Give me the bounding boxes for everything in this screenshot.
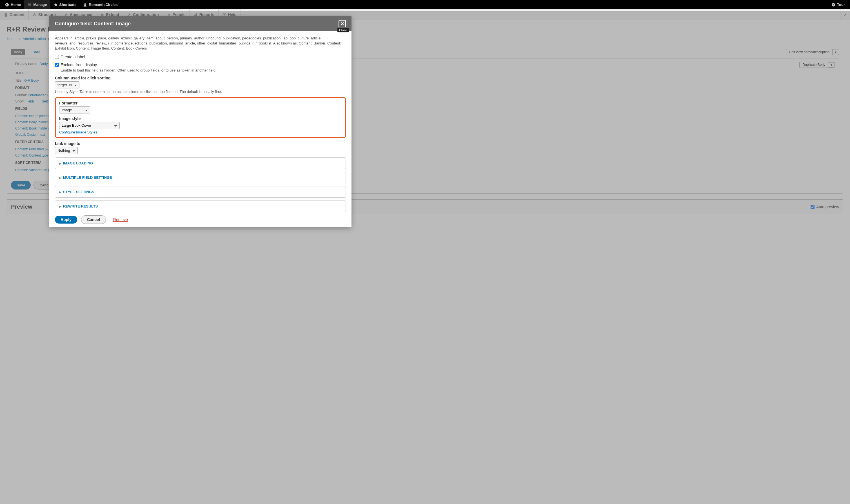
exclude-desc: Enable to load this field as hidden. Oft…	[60, 68, 346, 72]
svg-point-1	[85, 3, 86, 5]
configure-image-styles-link[interactable]: Configure Image Styles	[59, 130, 97, 134]
toolbar-shortcuts[interactable]: Shortcuts	[50, 0, 80, 9]
collapsible-multiple-field[interactable]: ▶MULTIPLE FIELD SETTINGS	[55, 172, 346, 183]
appears-in-text: Appears in: article, praxis_page, galler…	[55, 36, 346, 51]
toolbar-manage-label: Manage	[33, 2, 47, 7]
apply-button[interactable]: Apply	[55, 216, 77, 219]
image-style-label: Image style	[59, 116, 342, 121]
modal-body: Appears in: article, praxis_page, galler…	[49, 31, 352, 212]
modal-header: Configure field: Content: Image ✕ Close	[49, 16, 352, 31]
triangle-right-icon: ▶	[59, 162, 61, 165]
svg-point-0	[5, 3, 9, 6]
modal-cancel-button[interactable]: Cancel	[81, 215, 106, 219]
highlight-box: Formatter Image Image style Large Book C…	[55, 97, 346, 138]
toolbar-tour[interactable]: ? Tour	[828, 0, 848, 9]
toolbar-user-label: RomanticCircles	[89, 2, 118, 7]
help-circle-icon: ?	[831, 2, 835, 7]
collapsible-rewrite-results[interactable]: ▶REWRITE RESULTS	[55, 200, 346, 212]
create-label-row[interactable]: Create a label	[55, 55, 346, 59]
create-label-checkbox[interactable]	[55, 55, 59, 59]
click-sort-label: Column used for click sorting	[55, 76, 346, 80]
toolbar-home-label: Home	[11, 2, 21, 7]
close-button[interactable]: ✕	[338, 20, 346, 27]
modal-footer: Apply Cancel Remove	[49, 212, 352, 219]
modal-title: Configure field: Content: Image	[55, 21, 131, 27]
click-sort-select[interactable]: target_id	[55, 82, 79, 88]
link-image-label: Link image to	[55, 141, 346, 146]
collapsible-style-settings[interactable]: ▶STYLE SETTINGS	[55, 186, 346, 198]
image-style-select[interactable]: Large Book Cover	[59, 122, 120, 129]
exclude-display-row[interactable]: Exclude from display	[55, 62, 346, 67]
toolbar-home[interactable]: Home	[2, 0, 24, 9]
formatter-label: Formatter	[59, 101, 342, 105]
admin-toolbar: Home Manage Shortcuts RomanticCircles ?	[0, 0, 850, 9]
configure-field-modal: Configure field: Content: Image ✕ Close …	[49, 16, 352, 219]
close-tooltip: Close	[337, 28, 349, 32]
toolbar-tour-label: Tour	[837, 2, 845, 7]
close-icon: ✕	[340, 21, 344, 26]
toolbar-manage[interactable]: Manage	[24, 0, 50, 9]
formatter-select[interactable]: Image	[59, 106, 90, 113]
remove-link[interactable]: Remove	[113, 217, 128, 219]
triangle-right-icon: ▶	[59, 191, 61, 194]
back-arrow-icon	[5, 2, 9, 7]
toolbar-shortcuts-label: Shortcuts	[59, 2, 76, 7]
svg-text:?: ?	[833, 3, 834, 6]
exclude-display-checkbox[interactable]	[55, 63, 59, 67]
click-sort-desc: Used by Style: Table to determine the ac…	[55, 90, 346, 94]
link-image-select[interactable]: Nothing	[55, 147, 78, 154]
star-icon	[54, 2, 58, 7]
triangle-right-icon: ▶	[59, 176, 61, 179]
toolbar-user[interactable]: RomanticCircles	[80, 0, 121, 9]
user-icon	[83, 2, 87, 7]
hamburger-icon	[28, 2, 32, 7]
collapsible-image-loading[interactable]: ▶IMAGE LOADING	[55, 157, 346, 169]
triangle-right-icon: ▶	[59, 205, 61, 208]
